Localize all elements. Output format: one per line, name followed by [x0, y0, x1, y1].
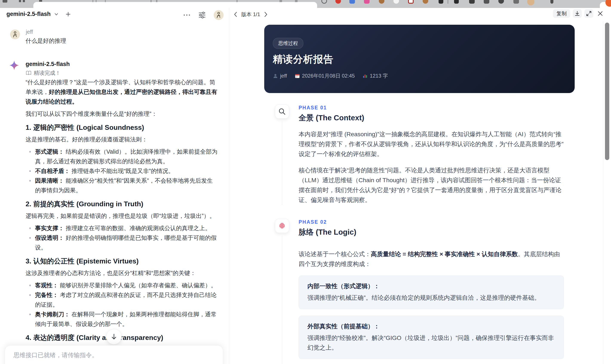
- bullet-item: 客观性： 能够识别并尽量排除个人偏见（如幸存者偏差、确认偏差）。: [26, 281, 218, 290]
- close-icon: [598, 12, 602, 15]
- tab-text-fragment: [105, 0, 106, 2]
- version-label: 版本 1/1: [241, 11, 260, 18]
- section-intro: 这是推理的基石。好的推理必须遵循逻辑法则：: [26, 135, 218, 144]
- tab-text-fragment: [93, 0, 93, 2]
- extension-icon[interactable]: [393, 0, 399, 4]
- copy-button[interactable]: 复制: [553, 9, 570, 18]
- phase-paragraph: 该论述基于一个核心公式：高质量结论 = 结构完整性 × 事实准确性 × 认知自律…: [299, 249, 564, 269]
- app-window: { "left": { "header": { "title": "gemini…: [0, 0, 611, 364]
- report-title: 精读分析报告: [273, 53, 333, 66]
- tab-text-fragment: [150, 0, 152, 2]
- extension-icon[interactable]: [335, 0, 341, 4]
- person-icon: [273, 73, 278, 78]
- next-version-button[interactable]: [264, 12, 268, 17]
- extension-icon[interactable]: [498, 0, 504, 4]
- brain-icon: [275, 219, 289, 233]
- arrow-down-icon: [112, 334, 116, 339]
- user-avatar: [10, 29, 20, 39]
- download-icon: [575, 11, 579, 15]
- report-author: jeff: [273, 73, 287, 79]
- section-intro: 这涉及推理者的心态和方法论，也是区分“杠精”和“思想家”的关键：: [26, 268, 218, 278]
- browser-active-tab[interactable]: [33, 2, 317, 8]
- dimension-card: 外部真实性（前提基础）： 强调推理的“经验校准”。解决“GIGO（垃圾进，垃圾出…: [299, 316, 564, 359]
- report-header-card: 思维过程 精读分析报告 jeff 2026年01月08日 02:45 1213 …: [264, 25, 575, 93]
- toolbar-fragment-icon[interactable]: [19, 0, 21, 2]
- section-bullets: 形式逻辑： 结构必须有效（Valid）。比如演绎推理中，如果前提全部为真，那么通…: [26, 147, 218, 195]
- phase-2-content: PHASE 02 脉络 (The Logic) 该论述基于一个核心公式：高质量结…: [299, 219, 564, 364]
- section-heading: 3. 认知的公正性 (Epistemic Virtues): [26, 256, 218, 266]
- user-avatar[interactable]: [214, 10, 224, 20]
- scroll-to-bottom-button[interactable]: [106, 329, 122, 344]
- extension-icon[interactable]: [484, 0, 489, 4]
- extension-icon[interactable]: [364, 0, 370, 4]
- section-bullets: 客观性： 能够识别并尽量排除个人偏见（如幸存者偏差、确认偏差）。 完备性： 考虑…: [26, 281, 218, 329]
- phase-title: 脉络 (The Logic): [299, 227, 564, 237]
- prev-version-button[interactable]: [233, 12, 238, 17]
- phase-1-rail: [275, 104, 289, 205]
- phase-title: 全景 (The Context): [299, 113, 564, 123]
- assistant-status-text: 精读完成！: [34, 69, 61, 77]
- report-meta: jeff 2026年01月08日 02:45 1213 字: [273, 72, 388, 79]
- extension-icon[interactable]: [438, 0, 443, 4]
- bullet-item: 假设透明： 好的推理会明确指明哪些是已知事实，哪些是基于可能的假设。: [26, 233, 218, 252]
- tab-text-fragment: [156, 0, 157, 2]
- user-message-text: 什么是好的推理: [26, 37, 66, 45]
- dimension-card-body: 强调推理的“经验校准”。解决“GIGO（垃圾进，垃圾出）”问题，确保推理引擎运行…: [307, 333, 555, 352]
- tab-text-fragment: [279, 0, 282, 2]
- user-message-author: jeff: [26, 29, 33, 35]
- bar-chart-icon: [362, 73, 368, 78]
- model-selector[interactable]: gemini-2.5-flash: [6, 11, 71, 17]
- report-word-count: 1213 字: [362, 72, 388, 79]
- assistant-status: 精读完成！: [26, 69, 61, 77]
- more-options-icon[interactable]: [183, 14, 190, 16]
- phase-label: PHASE 02: [299, 219, 564, 225]
- bullet-item: 事实支撑： 推理建立在可靠的数据、准确的观测或公认的真理之上。: [26, 223, 218, 233]
- toolbar-fragment-icon[interactable]: [39, 0, 42, 2]
- phase-label: PHASE 01: [299, 105, 564, 111]
- extension-icon[interactable]: [321, 0, 327, 4]
- report-datetime: 2026年01月08日 02:45: [295, 72, 355, 79]
- response-paragraph: 我们可以从以下四个维度来衡量什么是“好的推理”：: [26, 109, 218, 119]
- tab-text-fragment: [237, 0, 238, 2]
- chat-panel: gemini-2.5-flash jeff 什么是好的推理: [0, 8, 229, 364]
- bullet-item: 不自相矛盾： 推理链条中不能出现“既是又非”的情况。: [26, 166, 218, 176]
- extension-icon[interactable]: [469, 0, 475, 4]
- report-badge: 思维过程: [273, 38, 303, 49]
- scrollbar-thumb[interactable]: [605, 23, 609, 160]
- extension-icon[interactable]: [408, 0, 414, 4]
- section-intro: 逻辑再完美，如果前提是错误的，推理也是垃圾（即“垃圾进，垃圾出”）。: [26, 211, 218, 221]
- settings-sliders-icon[interactable]: [198, 11, 206, 19]
- section-bullets: 事实支撑： 推理建立在可靠的数据、准确的观测或公认的真理之上。 假设透明： 好的…: [26, 223, 218, 252]
- fullscreen-button[interactable]: [584, 9, 593, 18]
- chat-panel-actions: [183, 10, 224, 20]
- dimension-card-title: 内部一致性（形式逻辑）：: [307, 282, 555, 290]
- phase-paragraph: 核心情境在于解决“思考的随意性”问题。不论是人类通过批判性思维进行决策，还是大语…: [299, 166, 564, 205]
- section-heading: 4. 表达的透明度 (Clarity and Transparency): [26, 333, 218, 342]
- bullet-item: 奥卡姆剃刀： 在解释同一个现象时，如果两种推理都能站得住脚，通常倾向于最简单、假…: [26, 310, 218, 329]
- artifact-panel: 版本 1/1 复制 思维过程 精读分析报告: [229, 8, 611, 364]
- bullet-item: 因果清晰： 能准确区分“相关性”和“因果关系”，不会轻率地将先后发生的事情归为因…: [26, 176, 218, 195]
- toolbar-divider: [448, 0, 448, 4]
- browser-toolbar: [0, 0, 611, 8]
- extension-icon[interactable]: [349, 0, 355, 4]
- section-heading: 1. 逻辑的严密性 (Logical Soundness): [26, 123, 218, 132]
- chevron-down-icon[interactable]: [54, 12, 59, 17]
- extension-icon[interactable]: [423, 0, 428, 4]
- new-chat-button[interactable]: [65, 11, 71, 17]
- chat-input[interactable]: [13, 351, 207, 364]
- report-phases: PHASE 01 全景 (The Context) 本内容是对“推理 (Reas…: [275, 104, 564, 364]
- extension-icon[interactable]: [379, 0, 385, 4]
- phase-1: PHASE 01 全景 (The Context) 本内容是对“推理 (Reas…: [275, 104, 564, 205]
- extension-icon[interactable]: [550, 0, 553, 4]
- close-button[interactable]: [596, 9, 605, 18]
- extension-icon[interactable]: [454, 0, 459, 4]
- download-button[interactable]: [573, 9, 582, 18]
- toolbar-fragment-icon[interactable]: [23, 0, 25, 2]
- profile-avatar-icon[interactable]: [527, 0, 534, 5]
- extension-icon[interactable]: [513, 0, 519, 4]
- toolbar-fragment-icon[interactable]: [3, 0, 7, 3]
- calendar-icon: [295, 73, 300, 78]
- bullet-item: 完备性： 考虑了对立的观点和潜在的反证，而不是只选择支持自己结论的证据。: [26, 290, 218, 310]
- phase-1-content: PHASE 01 全景 (The Context) 本内容是对“推理 (Reas…: [299, 104, 564, 205]
- gemini-star-icon: [9, 60, 19, 70]
